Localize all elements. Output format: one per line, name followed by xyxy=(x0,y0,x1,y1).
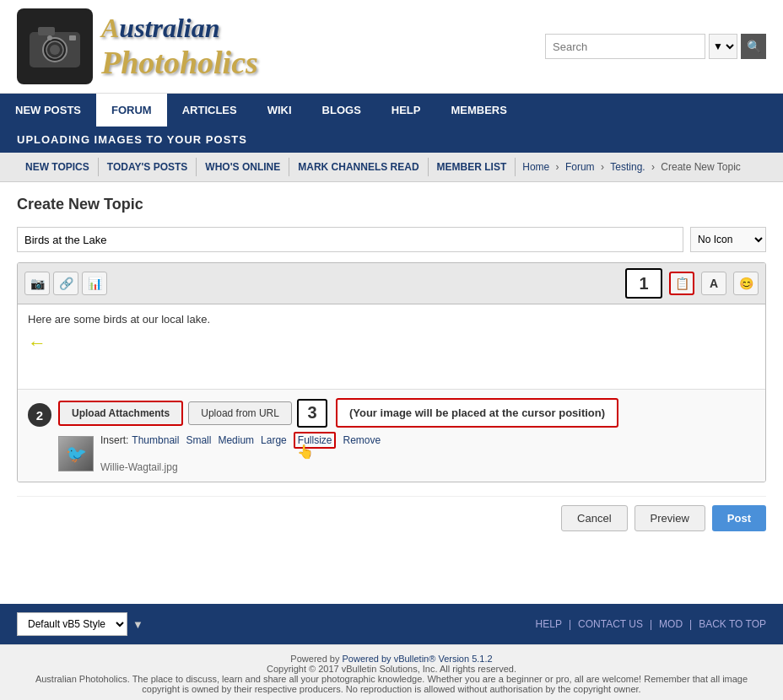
footer-back-to-top-link[interactable]: BACK TO TOP xyxy=(699,618,766,630)
svg-point-4 xyxy=(50,45,60,55)
font-toolbar-btn[interactable]: A xyxy=(701,272,726,295)
cursor-hand-icon: 👆 xyxy=(297,444,314,460)
nav-item-articles[interactable]: ARTICLES xyxy=(167,94,252,127)
paste-toolbar-btn[interactable]: 📋 xyxy=(669,272,694,295)
editor-content[interactable]: Here are some birds at our local lake. ← xyxy=(18,304,765,389)
nav-item-forum[interactable]: FORUM xyxy=(96,94,167,127)
step1-indicator: 1 xyxy=(625,268,662,299)
callout-box: (Your image will be placed at the cursor… xyxy=(336,398,618,428)
sub-nav-bar: UPLOADING IMAGES TO YOUR POSTS xyxy=(0,127,783,153)
page-title-bar: UPLOADING IMAGES TO YOUR POSTS xyxy=(17,133,247,146)
copyright: Powered by Powered by vBulletin® Version… xyxy=(0,644,783,700)
second-navigation: NEW TOPICS TODAY'S POSTS WHO'S ONLINE MA… xyxy=(0,153,783,182)
nav-item-members[interactable]: MEMBERS xyxy=(435,94,521,127)
footer-sep-2: | xyxy=(650,618,652,630)
upload-attachments-button[interactable]: Upload Attachments xyxy=(58,401,183,426)
paste-icon: 📋 xyxy=(675,277,689,290)
cancel-button[interactable]: Cancel xyxy=(561,505,627,531)
insert-large-link[interactable]: Large xyxy=(261,434,287,446)
upload-container: 2 Upload Attachments Upload from URL 3 (… xyxy=(28,398,755,473)
breadcrumb-current: Create New Topic xyxy=(661,161,741,173)
search-area: ▼ 🔍 xyxy=(545,34,766,59)
logo-text: Australian Photoholics xyxy=(101,13,258,81)
copyright-line1: Powered by Powered by vBulletin® Version… xyxy=(17,654,766,664)
bird-thumb-icon: 🐦 xyxy=(66,444,87,464)
snav-mark-channels[interactable]: MARK CHANNELS READ xyxy=(289,158,428,176)
snav-new-topics[interactable]: NEW TOPICS xyxy=(17,158,99,176)
attachment-row: 🐦 Insert: Thumbnail Small Medium Large F… xyxy=(58,434,755,473)
footer-mod-link[interactable]: MOD xyxy=(659,618,683,630)
breadcrumb-sep-3: › xyxy=(651,161,657,173)
snav-member-list[interactable]: MEMBER LIST xyxy=(429,158,516,176)
insert-label: Insert: xyxy=(100,434,128,446)
preview-button[interactable]: Preview xyxy=(634,505,705,531)
create-topic-title: Create New Topic xyxy=(17,196,766,213)
emoji-toolbar-btn[interactable]: 😊 xyxy=(733,272,759,295)
footer-contact-link[interactable]: CONTACT US xyxy=(578,618,643,630)
camera-icon: 📷 xyxy=(30,277,45,290)
search-dropdown[interactable]: ▼ xyxy=(709,34,737,59)
form-actions: Cancel Preview Post xyxy=(17,496,766,531)
camera-toolbar-btn[interactable]: 📷 xyxy=(24,272,50,295)
icon-select[interactable]: No Icon xyxy=(690,227,766,252)
topic-subject-row: No Icon xyxy=(17,227,766,252)
toolbar-right: 1 📋 A 😊 xyxy=(625,268,759,299)
main-navigation: NEW POSTS FORUM ARTICLES WIKI BLOGS HELP… xyxy=(0,94,783,127)
insert-medium-link[interactable]: Medium xyxy=(218,434,254,446)
attachment-thumbnail: 🐦 xyxy=(58,436,94,471)
style-select[interactable]: Default vB5 Style xyxy=(17,612,127,636)
style-select-wrap: Default vB5 Style ▼ xyxy=(17,612,143,636)
cursor-line: ← xyxy=(28,332,755,354)
copyright-line3: Australian Photoholics. The place to dis… xyxy=(17,674,766,694)
search-button[interactable]: 🔍 xyxy=(741,34,766,59)
nav-item-wiki[interactable]: WIKI xyxy=(252,94,307,127)
footer-sep-1: | xyxy=(569,618,571,630)
nav-item-help[interactable]: HELP xyxy=(376,94,436,127)
footer-help-link[interactable]: HELP xyxy=(536,618,562,630)
cursor-arrow-icon: ← xyxy=(28,332,46,354)
subject-input[interactable] xyxy=(17,227,683,252)
insert-small-link[interactable]: Small xyxy=(186,434,211,446)
footer: Default vB5 Style ▼ HELP | CONTACT US | … xyxy=(0,604,783,644)
insert-remove-link[interactable]: Remove xyxy=(343,434,381,446)
chart-icon: 📊 xyxy=(88,277,102,290)
content-area: Create New Topic No Icon 📷 🔗 📊 1 📋 xyxy=(0,182,783,604)
emoji-icon: 😊 xyxy=(739,277,753,290)
svg-point-5 xyxy=(47,35,52,40)
insert-thumbnail-link[interactable]: Thumbnail xyxy=(132,434,179,446)
breadcrumb-sep-1: › xyxy=(556,161,562,173)
nav-item-blogs[interactable]: BLOGS xyxy=(307,94,376,127)
logo-camera-icon xyxy=(17,8,93,84)
upload-row: Upload Attachments Upload from URL 3 (Yo… xyxy=(58,398,755,428)
post-button[interactable]: Post xyxy=(712,505,766,531)
breadcrumb-forum[interactable]: Forum xyxy=(565,161,595,173)
nav-item-new-posts[interactable]: NEW POSTS xyxy=(0,94,96,127)
editor-text: Here are some birds at our local lake. xyxy=(28,313,755,326)
style-dropdown-arrow: ▼ xyxy=(132,618,143,631)
svg-rect-1 xyxy=(38,27,55,35)
step3-indicator: 3 xyxy=(297,399,327,428)
footer-links: HELP | CONTACT US | MOD | BACK TO TOP xyxy=(536,618,766,630)
link-toolbar-btn[interactable]: 🔗 xyxy=(53,272,78,295)
upload-section: 2 Upload Attachments Upload from URL 3 (… xyxy=(18,389,765,482)
logo-area: Australian Photoholics xyxy=(17,8,258,84)
search-input[interactable] xyxy=(545,34,705,59)
breadcrumb-sep-2: › xyxy=(601,161,607,173)
snav-whos-online[interactable]: WHO'S ONLINE xyxy=(197,158,289,176)
breadcrumb-testing[interactable]: Testing. xyxy=(610,161,645,173)
chart-toolbar-btn[interactable]: 📊 xyxy=(82,272,107,295)
copyright-line2: Copyright © 2017 vBulletin Solutions, In… xyxy=(17,664,766,674)
vbulletin-link[interactable]: Powered by vBulletin® Version 5.1.2 xyxy=(343,654,493,664)
attachment-info: Insert: Thumbnail Small Medium Large Ful… xyxy=(100,434,384,473)
upload-url-button[interactable]: Upload from URL xyxy=(188,401,292,425)
svg-rect-6 xyxy=(69,35,76,40)
breadcrumb-home[interactable]: Home xyxy=(522,161,549,173)
step2-indicator: 2 xyxy=(28,403,51,427)
editor-toolbar: 📷 🔗 📊 1 📋 A 😊 xyxy=(18,263,765,304)
snav-todays-posts[interactable]: TODAY'S POSTS xyxy=(99,158,197,176)
footer-sep-3: | xyxy=(689,618,692,630)
breadcrumb: Home › Forum › Testing. › Create New Top… xyxy=(522,161,741,173)
editor-box: 📷 🔗 📊 1 📋 A 😊 xyxy=(17,262,766,482)
search-icon: 🔍 xyxy=(747,40,761,53)
attachment-filename: Willie-Wagtail.jpg xyxy=(100,461,384,473)
